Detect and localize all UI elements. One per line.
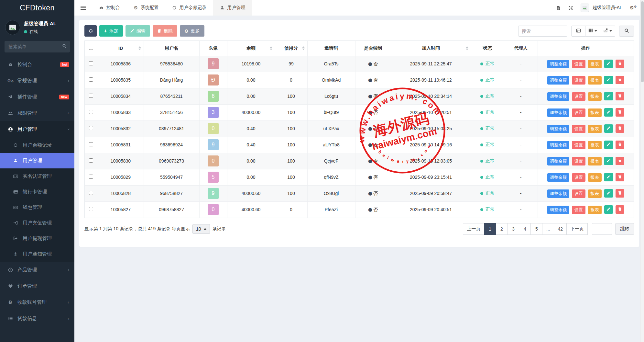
gears-icon[interactable]: ⚙⚙ [630,5,637,11]
row-checkbox[interactable] [89,191,93,195]
adjust-balance-button[interactable]: 调整余额 [547,108,569,117]
toggle-off-icon[interactable]: ● [368,174,372,180]
toggle-off-icon[interactable]: ● [368,142,372,148]
adjust-balance-button[interactable]: 调整余额 [547,125,569,133]
row-edit-button[interactable] [604,108,613,117]
row-delete-button[interactable] [616,189,624,198]
scrollbar-thumb[interactable] [641,1,644,82]
row-delete-button[interactable] [616,205,624,214]
row-edit-button[interactable] [604,157,613,165]
row-delete-button[interactable] [616,173,624,181]
sidebar-item-wallet[interactable]: 钱包管理 [0,200,74,215]
toggle-off-icon[interactable]: ● [368,126,372,131]
fullscreen-icon[interactable] [568,6,573,10]
settings-button[interactable]: 设置 [572,206,585,214]
sidebar-item-credit-card[interactable]: 银行卡管理 [0,184,74,200]
row-checkbox[interactable] [89,158,93,163]
page-jump-button[interactable]: 跳转 [615,223,634,235]
page-button[interactable]: 下一页 [566,223,588,235]
per-page-select[interactable]: 10 [192,224,210,234]
report-button[interactable]: 报表 [588,141,602,149]
columns-button[interactable] [585,26,600,37]
row-checkbox[interactable] [89,126,93,130]
sidebar-item-sign-out[interactable]: 用户提现管理 [0,231,74,246]
page-button[interactable]: 4 [519,223,531,235]
row-checkbox[interactable] [89,61,93,65]
sidebar-item-list[interactable]: 贷款信息‹ [0,310,74,326]
row-edit-button[interactable] [604,76,613,84]
column-header[interactable]: 加入时间 [391,41,471,56]
sidebar-item-user-circle[interactable]: 用户管理‹ [0,121,74,137]
report-button[interactable]: 报表 [588,60,602,68]
report-button[interactable]: 报表 [588,108,602,117]
adjust-balance-button[interactable]: 调整余额 [547,157,569,165]
page-jump-input[interactable] [592,223,612,235]
report-button[interactable]: 报表 [588,92,602,101]
row-checkbox[interactable] [89,110,93,114]
add-button[interactable]: + 添加 [99,25,123,37]
settings-button[interactable]: 设置 [572,157,585,165]
edit-button[interactable]: 编辑 [126,25,150,37]
scrollbar-track[interactable] [640,0,644,342]
topbar-avatar[interactable] [581,4,589,12]
settings-button[interactable]: 设置 [572,108,585,117]
sidebar-item-btc[interactable]: Ƀ 收款账号管理‹ [0,294,74,310]
toggle-off-icon[interactable]: ● [368,109,372,115]
adjust-balance-button[interactable]: 调整余额 [547,92,569,101]
page-button[interactable]: 5 [530,223,542,235]
row-delete-button[interactable] [616,108,624,117]
adjust-balance-button[interactable]: 调整余额 [547,141,569,149]
report-button[interactable]: 报表 [588,173,602,182]
settings-button[interactable]: 设置 [572,60,585,68]
adjust-balance-button[interactable]: 调整余额 [547,189,569,198]
row-edit-button[interactable] [604,124,613,133]
sidebar-item-user[interactable]: 用户管理 [0,153,74,168]
menu-search-input[interactable] [5,41,70,52]
settings-button[interactable]: 设置 [572,125,585,133]
row-checkbox[interactable] [89,142,93,146]
tab-gear[interactable]: ⚙ 系统配置 [127,0,165,16]
sidebar-item-anchor[interactable]: ⚓ 用户通知管理 [0,246,74,262]
adjust-balance-button[interactable]: 调整余额 [547,76,569,85]
row-delete-button[interactable] [616,92,624,100]
settings-button[interactable]: 设置 [572,173,585,182]
row-checkbox[interactable] [89,94,93,98]
sidebar-item-sign-in[interactable]: 用户充值管理 [0,215,74,231]
tab-circle-o[interactable]: 用户余额记录 [165,0,213,16]
row-delete-button[interactable] [616,60,624,68]
delete-button[interactable]: 删除 [153,25,177,37]
detail-view-button[interactable] [571,26,585,37]
refresh-button[interactable] [84,25,97,37]
topbar-admin-name[interactable]: 超级管理员-AL [593,5,622,11]
file-icon[interactable] [556,6,561,10]
row-delete-button[interactable] [616,124,624,133]
sidebar-item-circle-o[interactable]: 用户余额记录 [0,137,74,153]
page-button[interactable]: 2 [496,223,508,235]
sidebar-item-heartbeat[interactable]: 订单管理 [0,278,74,294]
toggle-off-icon[interactable]: ● [368,61,372,67]
column-header[interactable]: 余额 [227,41,275,56]
toggle-off-icon[interactable]: ● [368,190,372,196]
page-button[interactable]: 上一页 [463,223,484,235]
toggle-off-icon[interactable]: ● [368,207,372,212]
toggle-off-icon[interactable]: ● [368,77,372,83]
row-edit-button[interactable] [604,173,613,181]
sidebar-item-paper-plane[interactable]: 插件管理new [0,89,74,105]
search-button[interactable] [619,26,634,37]
more-button[interactable]: ⚙ 更多 [180,25,204,37]
row-checkbox[interactable] [89,175,93,179]
settings-button[interactable]: 设置 [572,76,585,85]
row-delete-button[interactable] [616,76,624,84]
page-button[interactable]: 3 [507,223,519,235]
hamburger-menu-icon[interactable] [74,5,92,11]
row-edit-button[interactable] [604,60,613,68]
report-button[interactable]: 报表 [588,157,602,165]
report-button[interactable]: 报表 [588,76,602,85]
page-button[interactable]: 1 [484,223,496,235]
select-all-checkbox[interactable] [89,46,93,50]
toggle-off-icon[interactable]: ● [368,158,372,164]
report-button[interactable]: 报表 [588,206,602,214]
avatar[interactable] [5,20,20,35]
table-search-input[interactable] [518,26,567,37]
report-button[interactable]: 报表 [588,125,602,133]
